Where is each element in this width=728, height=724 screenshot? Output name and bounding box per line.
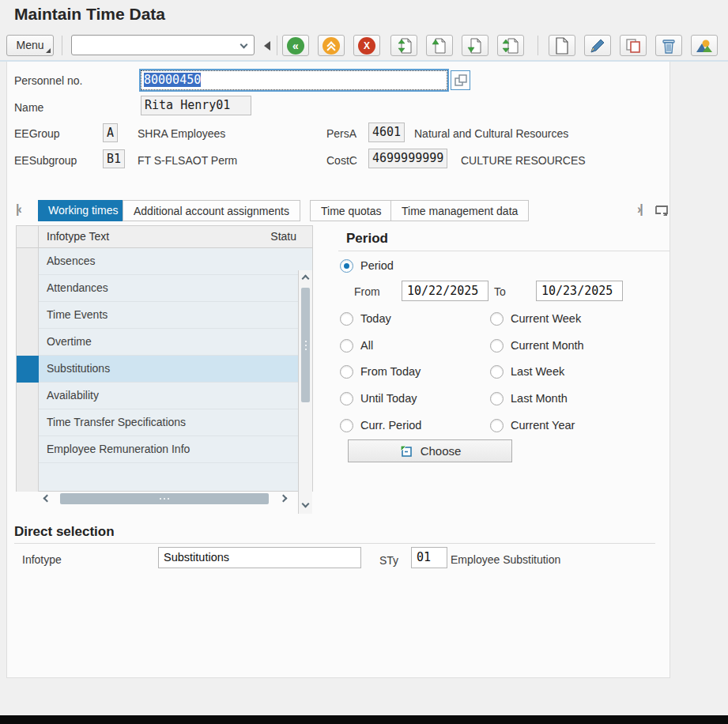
tab-scroll-first-icon[interactable]: |‹: [16, 202, 21, 217]
table-row-time-events[interactable]: Time Events: [39, 302, 298, 329]
radio-current-year[interactable]: Current Year: [490, 418, 575, 432]
radio-last-week[interactable]: Last Week: [490, 364, 564, 379]
exit-icon: [323, 37, 340, 55]
back-button[interactable]: «: [282, 35, 309, 56]
name-label: Name: [14, 101, 43, 114]
choose-button-label: Choose: [421, 444, 462, 458]
table-row-overtime[interactable]: Overtime: [39, 329, 298, 356]
infotype-label: Infotype: [22, 553, 62, 566]
to-label: To: [494, 285, 506, 298]
radio-icon: [490, 339, 504, 353]
toolbar-separator: [538, 36, 538, 55]
radio-current-month[interactable]: Current Month: [490, 338, 584, 353]
previous-record-icon: [431, 37, 448, 55]
vertical-scrollbar[interactable]: [298, 270, 312, 514]
infotype-table-header: Infotype Text Statu: [17, 226, 312, 248]
collapse-toolbar-icon[interactable]: [264, 41, 270, 51]
edit-button[interactable]: [584, 35, 611, 56]
choose-icon: [399, 444, 413, 458]
tab-time-quotas[interactable]: Time quotas: [310, 200, 393, 221]
from-label: From: [354, 285, 380, 298]
eesubgroup-label: EESubgroup: [14, 154, 77, 167]
radio-current-week[interactable]: Current Week: [490, 311, 581, 326]
tab-working-times[interactable]: Working times: [38, 200, 128, 221]
table-row-employee-remuneration-info[interactable]: Employee Remuneration Info: [39, 436, 298, 463]
radio-until-today[interactable]: Until Today: [340, 391, 417, 405]
eegroup-text: SHRA Employees: [138, 127, 225, 140]
expand-tabstrip-button[interactable]: [654, 203, 669, 217]
table-row-absences[interactable]: Absences: [39, 248, 298, 275]
table-row-attendances[interactable]: Attendances: [39, 275, 298, 302]
create-icon: [553, 37, 571, 55]
bottom-black-bar: [0, 715, 728, 724]
vertical-scroll-thumb[interactable]: [301, 288, 310, 402]
radio-from-today[interactable]: From Today: [340, 364, 421, 379]
menu-button[interactable]: Menu: [6, 35, 54, 56]
radio-all[interactable]: All: [340, 338, 373, 353]
radio-icon: [340, 419, 353, 432]
tab-scroll-last-icon[interactable]: ›|: [637, 202, 642, 217]
scroll-right-icon[interactable]: [280, 495, 288, 503]
name-field: Rita Henry01: [141, 96, 251, 115]
scroll-first-record-icon: [395, 37, 413, 55]
chevron-down-icon[interactable]: [240, 41, 248, 49]
next-record-icon: [466, 37, 484, 55]
table-row-availability[interactable]: Availability: [39, 383, 298, 409]
scroll-left-icon[interactable]: [43, 495, 51, 503]
copy-button[interactable]: [620, 35, 647, 56]
overview-button[interactable]: [691, 35, 718, 56]
radio-icon: [340, 339, 353, 353]
tab-additional-account-assignments[interactable]: Additional account assignments: [123, 200, 300, 221]
next-record-button[interactable]: [462, 35, 488, 56]
costc-field: 4699999999: [368, 149, 447, 168]
cancel-icon: X: [358, 37, 375, 55]
cancel-button[interactable]: X: [353, 35, 380, 56]
selected-row-marker[interactable]: [17, 356, 39, 383]
sty-label: STy: [379, 554, 398, 567]
radio-curr-period[interactable]: Curr. Period: [340, 418, 421, 432]
command-field[interactable]: [71, 35, 255, 55]
page-title: Maintain Time Data: [14, 5, 165, 24]
scroll-up-icon[interactable]: [302, 275, 310, 283]
horizontal-scroll-thumb[interactable]: [60, 493, 269, 504]
tab-time-management-data[interactable]: Time management data: [390, 200, 529, 221]
infotype-input[interactable]: Substitutions: [158, 547, 361, 568]
radio-icon: [490, 312, 504, 326]
radio-last-month-label: Last Month: [511, 392, 568, 405]
radio-today[interactable]: Today: [340, 311, 391, 326]
delete-button[interactable]: [655, 35, 682, 56]
table-row-time-transfer-specifications[interactable]: Time Transfer Specifications: [39, 409, 298, 436]
previous-record-button[interactable]: [426, 35, 453, 56]
to-date-input[interactable]: 10/23/2025: [536, 281, 623, 301]
exit-button[interactable]: [318, 35, 345, 56]
costc-label: CostC: [326, 154, 357, 167]
sty-input[interactable]: 01: [411, 547, 447, 568]
radio-period[interactable]: Period: [340, 258, 394, 273]
horizontal-scrollbar[interactable]: [38, 492, 313, 505]
selector-column-header[interactable]: [17, 226, 39, 247]
personnel-input[interactable]: 80000450: [141, 70, 447, 90]
radio-from-today-label: From Today: [360, 365, 421, 378]
choose-button[interactable]: Choose: [348, 439, 512, 462]
radio-icon: [340, 392, 353, 405]
from-date-input[interactable]: 10/22/2025: [402, 281, 488, 301]
eesubgroup-field: B1: [103, 149, 125, 168]
eesubgroup-text: FT S-FLSAOT Perm: [138, 154, 237, 167]
table-row-substitutions[interactable]: Substitutions: [39, 356, 298, 383]
persa-field: 4601: [368, 123, 405, 142]
radio-icon: [340, 312, 353, 326]
radio-last-month[interactable]: Last Month: [490, 391, 568, 405]
multiple-selection-button[interactable]: [451, 70, 470, 90]
edit-icon: [589, 37, 606, 55]
eegroup-label: EEGroup: [14, 127, 60, 140]
radio-icon: [490, 419, 504, 432]
last-record-button[interactable]: [497, 35, 524, 56]
infotype-table: Infotype Text Statu Absences Attendances…: [16, 225, 313, 492]
radio-period-label: Period: [360, 259, 394, 272]
scroll-first-record-button[interactable]: [390, 35, 417, 56]
back-icon: «: [287, 37, 304, 55]
create-button[interactable]: [549, 35, 575, 56]
radio-current-month-label: Current Month: [511, 339, 584, 352]
radio-current-week-label: Current Week: [511, 312, 581, 325]
radio-current-year-label: Current Year: [511, 419, 575, 432]
